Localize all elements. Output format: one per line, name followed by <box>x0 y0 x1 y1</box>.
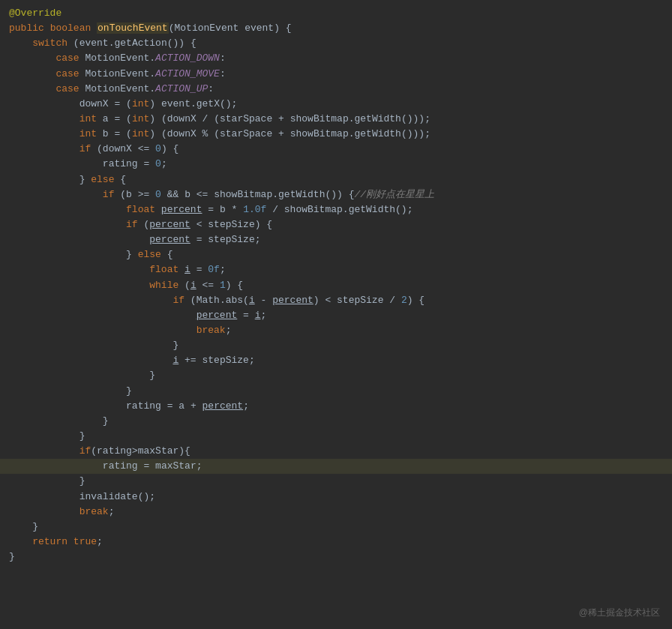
code-line-20: if (Math.abs(i - percent) < stepSize / 2… <box>0 293 672 308</box>
code-line-12: } else { <box>0 172 672 187</box>
code-container: @Override public boolean onTouchEvent(Mo… <box>0 0 672 629</box>
code-line-23: } <box>0 338 672 353</box>
code-line-1: @Override <box>0 6 672 21</box>
code-line-11: rating = 0; <box>0 157 672 172</box>
code-line-25: } <box>0 368 672 383</box>
code-line-9: int b = (int) (downX % (starSpace + show… <box>0 127 672 142</box>
code-line-35: } <box>0 520 672 535</box>
code-line-33: invalidate(); <box>0 490 672 505</box>
code-line-28: } <box>0 414 672 429</box>
code-line-2: public boolean onTouchEvent(MotionEvent … <box>0 21 672 36</box>
code-line-15: if (percent < stepSize) { <box>0 217 672 232</box>
code-line-27: rating = a + percent; <box>0 399 672 414</box>
code-line-34: break; <box>0 505 672 520</box>
code-line-5: case MotionEvent.ACTION_MOVE: <box>0 67 672 82</box>
code-line-10: if (downX <= 0) { <box>0 142 672 157</box>
code-line-24: i += stepSize; <box>0 353 672 368</box>
code-line-19: while (i <= 1) { <box>0 278 672 293</box>
code-line-30: if(rating>maxStar){ <box>0 444 672 459</box>
code-line-26: } <box>0 384 672 399</box>
annotation-override: @Override <box>9 7 62 19</box>
code-line-8: int a = (int) (downX / (starSpace + show… <box>0 112 672 127</box>
code-line-36: return true; <box>0 535 672 550</box>
code-line-22: break; <box>0 323 672 338</box>
code-line-32: } <box>0 474 672 489</box>
code-line-16: percent = stepSize; <box>0 232 672 247</box>
code-line-37: } <box>0 550 672 565</box>
code-line-21: percent = i; <box>0 308 672 323</box>
watermark: @稀土掘金技术社区 <box>579 606 660 620</box>
code-line-29: } <box>0 429 672 444</box>
code-line-6: case MotionEvent.ACTION_UP: <box>0 82 672 97</box>
code-line-17: } else { <box>0 247 672 262</box>
code-line-18: float i = 0f; <box>0 262 672 277</box>
code-line-14: float percent = b * 1.0f / showBitmap.ge… <box>0 202 672 217</box>
code-line-3: switch (event.getAction()) { <box>0 36 672 51</box>
code-line-7: downX = (int) event.getX(); <box>0 97 672 112</box>
code-line-4: case MotionEvent.ACTION_DOWN: <box>0 51 672 66</box>
code-line-13: if (b >= 0 && b <= showBitmap.getWidth()… <box>0 187 672 202</box>
code-line-31: rating = maxStar; <box>0 459 672 474</box>
